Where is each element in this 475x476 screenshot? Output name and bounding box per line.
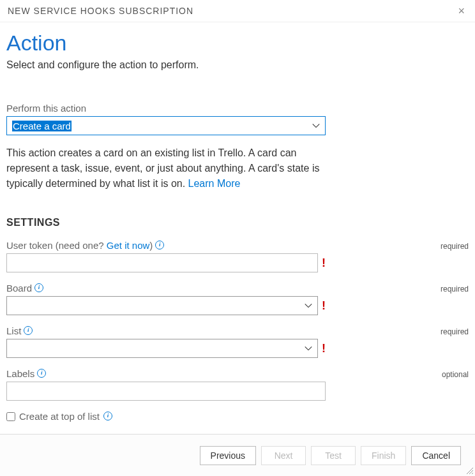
labels-label: Labels i optional (6, 368, 469, 379)
list-select-display[interactable] (6, 339, 318, 358)
info-icon[interactable]: i (37, 369, 46, 378)
learn-more-link[interactable]: Learn More (188, 178, 241, 189)
labels-input-wrapper (6, 382, 326, 401)
previous-button[interactable]: Previous (200, 446, 256, 465)
board-select[interactable] (6, 296, 318, 315)
required-label: required (441, 242, 469, 251)
svg-line-2 (472, 473, 473, 474)
error-icon: ! (322, 300, 326, 311)
resize-grip[interactable] (465, 466, 474, 475)
close-icon[interactable]: × (455, 5, 467, 17)
user-token-label: User token (need one? Get it now) i requ… (6, 240, 469, 251)
error-icon: ! (322, 257, 326, 269)
create-top-row: Create at top of list i (6, 411, 469, 422)
action-select[interactable]: Create a card (6, 116, 326, 135)
optional-label: optional (442, 370, 469, 379)
dialog-footer: Previous Next Test Finish Cancel (0, 434, 475, 476)
list-select[interactable] (6, 339, 318, 358)
action-selected-value: Create a card (12, 121, 72, 131)
action-select-display[interactable]: Create a card (6, 116, 326, 135)
labels-input[interactable] (6, 382, 326, 401)
action-label: Perform this action (6, 103, 469, 114)
content-scroll-area[interactable]: Action Select and configure the action t… (0, 22, 475, 434)
dialog-title: NEW SERVICE HOOKS SUBSCRIPTION (8, 6, 193, 16)
action-select-wrapper: Create a card (6, 116, 326, 135)
board-select-display[interactable] (6, 296, 318, 315)
user-token-input[interactable] (6, 253, 318, 272)
finish-button[interactable]: Finish (361, 446, 406, 465)
info-icon[interactable]: i (24, 326, 33, 335)
settings-heading: SETTINGS (6, 217, 469, 228)
info-icon[interactable]: i (103, 412, 112, 420)
required-label: required (441, 285, 469, 294)
user-token-input-wrapper: ! (6, 253, 326, 272)
board-select-wrapper: ! (6, 296, 326, 315)
next-button[interactable]: Next (261, 446, 306, 465)
required-label: required (441, 327, 469, 336)
page-subtitle: Select and configure the action to perfo… (6, 59, 469, 71)
error-icon: ! (322, 343, 326, 354)
create-top-label: Create at top of list (19, 411, 100, 422)
list-label: List i required (6, 325, 469, 336)
cancel-button[interactable]: Cancel (411, 446, 461, 465)
get-token-link[interactable]: Get it now (107, 240, 150, 251)
board-label: Board i required (6, 283, 469, 294)
page-title: Action (6, 31, 469, 56)
info-icon[interactable]: i (155, 241, 164, 249)
dialog-header: NEW SERVICE HOOKS SUBSCRIPTION × (0, 0, 475, 22)
info-icon[interactable]: i (34, 283, 43, 292)
create-top-checkbox[interactable] (6, 412, 15, 421)
list-select-wrapper: ! (6, 339, 326, 358)
action-description: This action creates a card on an existin… (6, 145, 338, 191)
test-button[interactable]: Test (311, 446, 356, 465)
